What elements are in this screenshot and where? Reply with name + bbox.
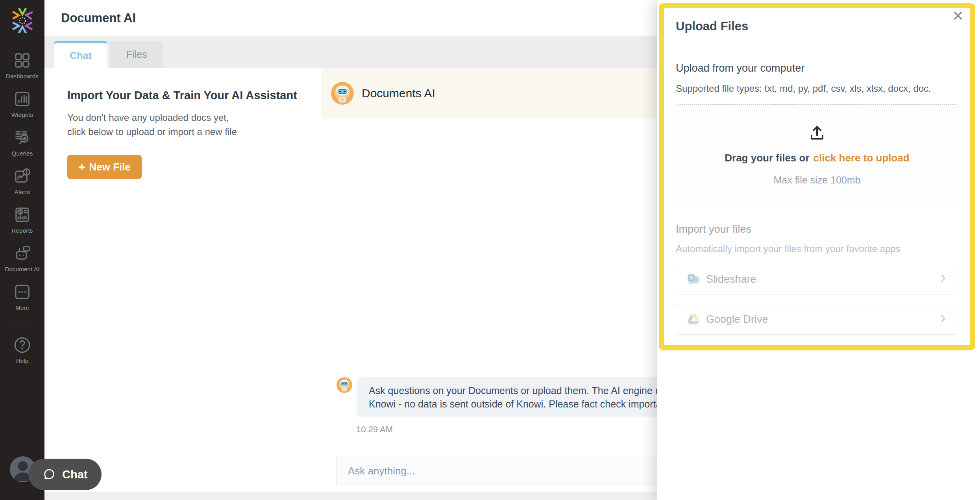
import-app-label: Google Drive [706,313,932,326]
tab-chat[interactable]: Chat [54,41,107,68]
sidebar-item-dashboards[interactable]: Dashboards [6,51,39,80]
sidebar-item-label: Document AI [5,266,39,272]
upload-files-panel: ✕ Upload Files Upload from your computer… [657,0,980,500]
empty-state-panel: Import Your Data & Train Your AI Assista… [44,68,321,492]
page-title: Document AI [61,11,136,25]
more-icon [13,283,31,301]
new-file-button-label: New File [89,161,131,173]
sidebar-item-queries[interactable]: Queries [12,128,33,157]
upload-computer-title: Upload from your computer [676,62,958,74]
sidebar-divider [9,324,36,324]
sidebar-item-document-ai[interactable]: Document AI [5,244,39,272]
speech-bubble-icon [43,468,56,481]
upload-panel-title: Upload Files [676,19,958,33]
reports-icon [13,206,31,224]
knowi-logo-icon[interactable] [8,6,37,35]
chat-launcher-label: Chat [62,468,87,481]
supported-file-types: Supported file types: txt, md, py, pdf, … [676,83,958,94]
google-drive-icon [686,313,700,326]
upload-icon [808,124,827,144]
file-dropzone[interactable]: Drag your files orclick here to upload M… [676,104,958,205]
tab-files-label: Files [126,49,147,60]
sidebar-item-label: Alerts [15,189,30,195]
assistant-robot-avatar-small [337,377,352,393]
widgets-icon [13,90,31,108]
sidebar-item-label: Dashboards [6,73,39,80]
empty-state-title: Import Your Data & Train Your AI Assista… [67,89,305,102]
sidebar-item-help[interactable]: Help [13,336,31,364]
import-files-title: Import your files [676,223,958,235]
alerts-icon [13,167,31,185]
sidebar-item-label: Help [16,357,29,364]
chevron-right-icon [938,314,948,325]
sidebar-item-alerts[interactable]: Alerts [13,167,31,195]
queries-icon [13,128,31,147]
document-ai-icon [13,244,31,263]
max-file-size: Max file size 100mb [774,174,861,186]
slideshare-icon: S [686,272,700,286]
assistant-robot-avatar [331,82,354,105]
new-file-button[interactable]: + New File [67,155,142,179]
sidebar-item-more[interactable]: More [13,283,31,311]
sidebar-item-label: Widgets [11,111,33,118]
plus-icon: + [78,161,85,173]
tab-chat-label: Chat [70,50,92,61]
help-icon [13,336,31,354]
empty-state-description: You don't have any uploaded docs yet, cl… [67,111,240,139]
upload-highlight-box: Upload Files Upload from your computer S… [659,3,975,350]
dashboards-icon [13,51,31,70]
tab-files[interactable]: Files [110,41,163,68]
import-app-slideshare[interactable]: S Slideshare [676,264,958,294]
chevron-right-icon [938,274,948,285]
import-app-google-drive[interactable]: Google Drive [676,304,958,335]
drag-files-text: Drag your files or [725,152,809,164]
sidebar-item-label: More [15,304,29,311]
chat-launcher-button[interactable]: Chat [28,459,102,490]
click-to-upload-link[interactable]: click here to upload [814,152,910,164]
sidebar-item-label: Reports [12,227,33,234]
import-files-subtitle: Automatically import your files from you… [676,243,958,254]
assistant-name: Documents AI [362,87,435,100]
svg-text:S: S [690,275,693,281]
sidebar-item-label: Queries [12,150,33,157]
dropzone-text: Drag your files orclick here to upload [725,152,909,164]
import-app-label: Slideshare [706,273,932,285]
sidebar-item-widgets[interactable]: Widgets [11,90,33,118]
sidebar-item-reports[interactable]: Reports [12,206,33,234]
panel-divider [664,44,970,44]
sidebar: Dashboards Widgets Queries Alerts [0,0,44,500]
close-icon[interactable]: ✕ [949,7,967,24]
